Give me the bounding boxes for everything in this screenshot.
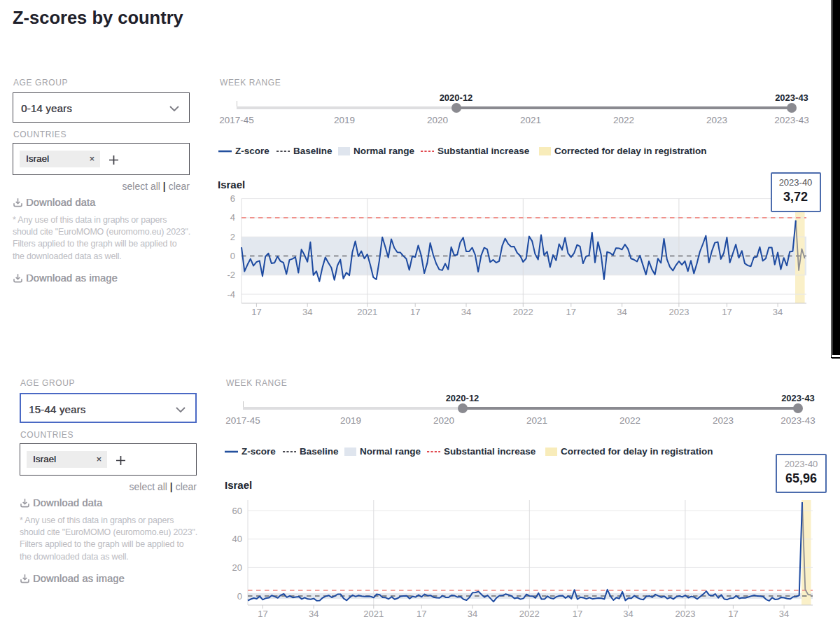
svg-text:0: 0 [230, 251, 235, 261]
svg-text:17: 17 [251, 307, 261, 317]
svg-text:17: 17 [416, 609, 426, 619]
svg-text:20: 20 [232, 562, 242, 573]
svg-text:17: 17 [566, 307, 576, 317]
svg-text:34: 34 [617, 307, 626, 317]
svg-text:34: 34 [468, 609, 477, 619]
svg-text:17: 17 [258, 609, 267, 619]
svg-text:60: 60 [232, 506, 242, 516]
svg-text:2023: 2023 [668, 307, 689, 317]
svg-text:2021: 2021 [357, 307, 377, 317]
svg-text:2021: 2021 [363, 609, 384, 619]
svg-text:34: 34 [461, 307, 471, 317]
svg-text:17: 17 [728, 609, 738, 619]
svg-text:17: 17 [410, 307, 420, 317]
svg-text:34: 34 [302, 307, 312, 317]
svg-text:2022: 2022 [513, 307, 533, 317]
svg-text:2023: 2023 [675, 609, 695, 619]
svg-text:0: 0 [237, 591, 242, 602]
svg-text:34: 34 [779, 609, 789, 619]
svg-text:34: 34 [309, 609, 318, 619]
svg-text:4: 4 [230, 212, 235, 223]
svg-text:2: 2 [230, 232, 235, 242]
svg-text:34: 34 [773, 307, 783, 317]
svg-text:40: 40 [232, 534, 242, 544]
svg-text:2022: 2022 [519, 609, 540, 619]
svg-text:6: 6 [230, 193, 235, 204]
svg-text:-2: -2 [227, 270, 235, 280]
svg-text:-4: -4 [227, 289, 235, 300]
svg-text:17: 17 [722, 307, 732, 317]
svg-text:17: 17 [573, 609, 582, 619]
svg-text:34: 34 [623, 609, 633, 619]
